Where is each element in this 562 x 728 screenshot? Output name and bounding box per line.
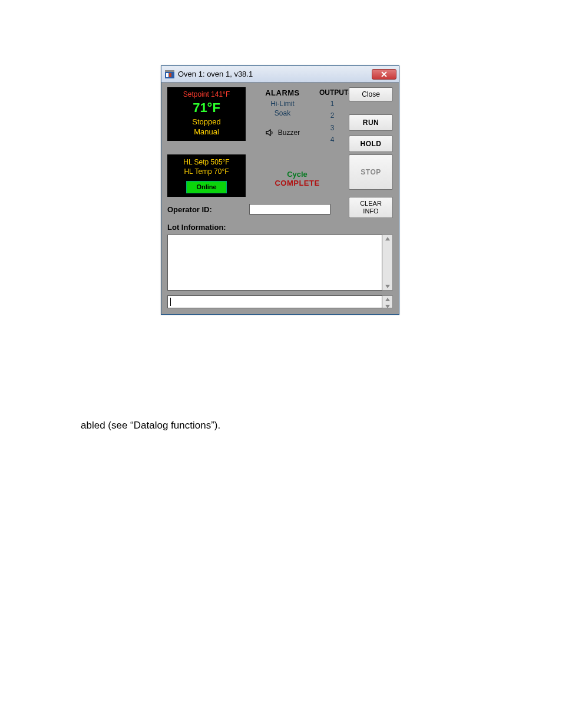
stop-button[interactable]: STOP — [349, 154, 393, 190]
hilimit-panel: HL Setp 505°F HL Temp 70°F Online — [167, 154, 246, 197]
scroll-down-icon[interactable] — [385, 305, 390, 308]
alarms-column: ALARMS Hi-Limit Soak Buzzer — [249, 87, 316, 137]
complete-label: COMPLETE — [249, 179, 345, 187]
oven-window: Oven 1: oven 1, v38.1 Setpoint 141°F 71°… — [161, 65, 399, 315]
mode-label: Manual — [167, 127, 246, 137]
outputs-header: OUTPUTS — [319, 88, 345, 97]
entry-scrollbar[interactable] — [382, 295, 393, 308]
run-status: Stopped — [167, 117, 246, 127]
close-icon — [381, 71, 388, 77]
outputs-column: OUTPUTS 1 2 3 4 — [319, 87, 345, 146]
entry-input[interactable] — [167, 295, 382, 308]
setpoint-label: Setpoint 141°F — [167, 90, 246, 99]
svg-rect-2 — [169, 73, 171, 77]
alarms-header: ALARMS — [252, 88, 313, 97]
svg-rect-1 — [166, 73, 168, 77]
clear-info-l1: CLEAR — [360, 200, 382, 207]
output-4: 4 — [319, 134, 345, 146]
titlebar[interactable]: Oven 1: oven 1, v38.1 — [161, 66, 399, 83]
output-2: 2 — [319, 110, 345, 121]
current-temperature: 71°F — [167, 99, 246, 117]
buzzer-label: Buzzer — [278, 129, 300, 137]
lot-info-label: Lot Information: — [167, 223, 393, 232]
alarm-soak: Soak — [252, 109, 313, 117]
window-body: Setpoint 141°F 71°F Stopped Manual ALARM… — [161, 83, 399, 314]
lot-info-textarea[interactable] — [167, 235, 382, 291]
scroll-up-icon[interactable] — [385, 298, 390, 301]
lot-info-scrollbar[interactable] — [382, 235, 393, 291]
cycle-label: Cycle — [249, 170, 345, 179]
online-badge: Online — [186, 181, 226, 193]
hl-setpoint: HL Setp 505°F — [167, 157, 246, 167]
document-fragment-text: abled (see “Datalog functions”). — [81, 420, 220, 431]
window-close-button[interactable] — [372, 69, 396, 80]
hl-temp: HL Temp 70°F — [167, 167, 246, 176]
cycle-status: Cycle COMPLETE — [249, 154, 345, 187]
output-3: 3 — [319, 122, 345, 134]
app-icon — [165, 70, 174, 78]
close-button[interactable]: Close — [349, 87, 393, 101]
operator-id-label: Operator ID: — [167, 205, 246, 214]
speaker-icon[interactable] — [265, 128, 275, 137]
window-title: Oven 1: oven 1, v38.1 — [178, 70, 372, 78]
clear-info-button[interactable]: CLEAR INFO — [349, 197, 393, 218]
hold-button[interactable]: HOLD — [349, 136, 393, 152]
operator-id-input[interactable] — [249, 204, 330, 215]
alarm-hi-limit: Hi-Limit — [252, 100, 313, 108]
clear-info-l2: INFO — [363, 207, 378, 215]
svg-rect-3 — [165, 70, 174, 72]
text-cursor — [170, 298, 171, 306]
temperature-panel: Setpoint 141°F 71°F Stopped Manual — [167, 87, 246, 141]
scroll-up-icon[interactable] — [385, 237, 390, 241]
run-button[interactable]: RUN — [349, 114, 393, 131]
scroll-down-icon[interactable] — [385, 285, 390, 288]
output-1: 1 — [319, 98, 345, 110]
